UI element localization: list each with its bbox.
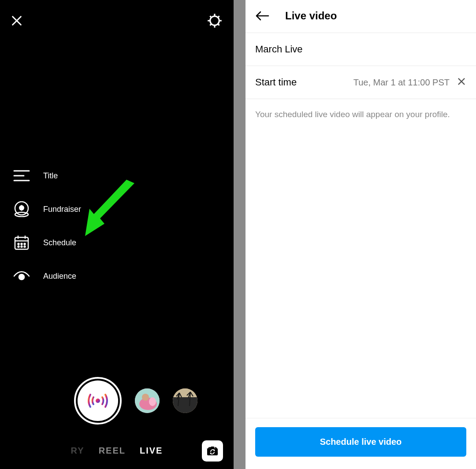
fundraiser-icon: [13, 201, 30, 218]
settings-button[interactable]: [206, 12, 223, 31]
start-time-row[interactable]: Start time Tue, Mar 1 at 11:00 PST: [245, 66, 476, 99]
svg-point-13: [18, 244, 19, 245]
svg-point-16: [18, 246, 19, 247]
mode-live[interactable]: LIVE: [140, 446, 163, 456]
mode-reel[interactable]: REEL: [99, 446, 126, 456]
clear-time-button[interactable]: [457, 77, 466, 88]
mode-story[interactable]: RY: [71, 446, 85, 456]
mode-selector: RY REEL LIVE: [0, 446, 234, 456]
audience-icon: [13, 268, 30, 284]
svg-point-18: [24, 246, 26, 247]
svg-point-15: [24, 244, 26, 245]
bottom-controls: RY REEL LIVE: [0, 377, 234, 469]
close-button[interactable]: [11, 14, 23, 29]
title-icon: [13, 167, 30, 184]
audience-label: Audience: [43, 272, 76, 281]
start-time-label: Start time: [255, 77, 297, 88]
svg-point-8: [19, 205, 24, 210]
left-header: [0, 0, 234, 31]
info-text: Your scheduled live video will appear on…: [245, 99, 476, 130]
shutter-inner: [78, 380, 118, 421]
shutter-row: [36, 377, 197, 425]
camera-live-screen: Title Fundraiser: [0, 0, 234, 469]
flip-camera-button[interactable]: [202, 440, 223, 462]
svg-point-25: [142, 394, 149, 401]
fundraiser-option[interactable]: Fundraiser: [13, 201, 81, 218]
audience-option[interactable]: Audience: [13, 268, 81, 284]
fundraiser-label: Fundraiser: [43, 205, 81, 214]
schedule-live-screen: Live video March Live Start time Tue, Ma…: [245, 0, 476, 469]
svg-rect-28: [173, 397, 197, 413]
schedule-option[interactable]: Schedule: [13, 234, 81, 251]
calendar-icon: [13, 234, 30, 251]
annotation-arrow: [77, 180, 143, 247]
effect-thumbnail-1[interactable]: [135, 388, 160, 413]
start-time-value-wrap: Tue, Mar 1 at 11:00 PST: [353, 77, 466, 88]
live-name-row[interactable]: March Live: [245, 33, 476, 66]
live-options-list: Title Fundraiser: [13, 167, 81, 284]
svg-point-26: [149, 397, 156, 406]
schedule-live-button[interactable]: Schedule live video: [255, 427, 466, 457]
svg-marker-21: [85, 180, 134, 236]
svg-point-17: [21, 246, 22, 247]
right-header: Live video: [245, 0, 476, 33]
effect-thumbnail-2[interactable]: [173, 388, 197, 413]
page-title: Live video: [285, 10, 337, 22]
live-name-value: March Live: [255, 44, 303, 55]
start-time-value: Tue, Mar 1 at 11:00 PST: [353, 78, 450, 88]
svg-point-19: [19, 274, 24, 280]
svg-point-14: [21, 244, 22, 245]
svg-point-22: [96, 399, 100, 403]
schedule-label: Schedule: [43, 238, 76, 247]
go-live-button[interactable]: [74, 377, 122, 425]
svg-point-2: [210, 16, 219, 26]
title-option[interactable]: Title: [13, 167, 81, 184]
title-label: Title: [43, 171, 58, 181]
back-button[interactable]: [255, 11, 269, 21]
